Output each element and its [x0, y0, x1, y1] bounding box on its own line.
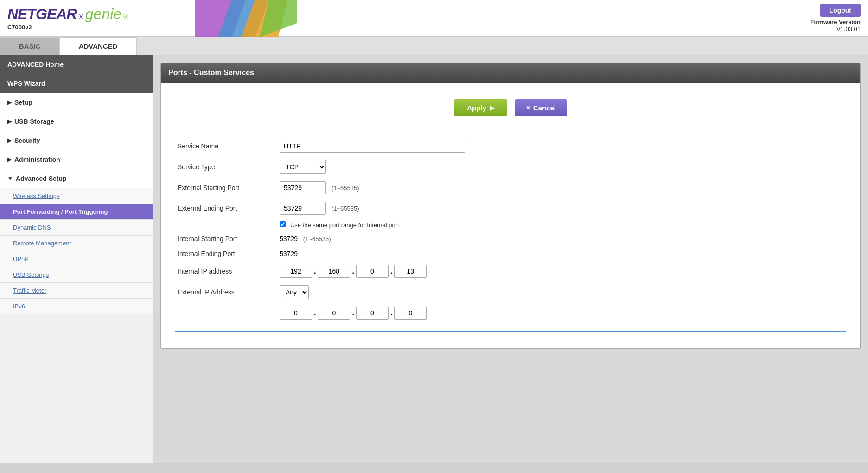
brand-name: NETGEAR: [7, 6, 77, 23]
same-port-label: Use the same port range for Internal por…: [290, 222, 399, 229]
bottom-divider: [175, 331, 846, 332]
ext-ip-label: External IP Address: [175, 281, 277, 303]
sidebar-sub-ipv6[interactable]: IPv6: [0, 299, 153, 314]
arrow-icon: ▶: [7, 118, 12, 125]
panel: Ports - Custom Services Apply Cancel Ser…: [160, 63, 861, 349]
same-port-row: Use the same port range for Internal por…: [175, 218, 846, 231]
brand-reg: ®: [78, 13, 83, 20]
int-start-port-label: Internal Starting Port: [175, 231, 277, 246]
int-start-port-hint: (1~65535): [303, 236, 331, 243]
sidebar-advanced-setup-label: Advanced Setup: [16, 175, 67, 182]
tab-basic[interactable]: BASIC: [0, 37, 60, 55]
table-row: Service Type TCP UDP TCP/UDP: [175, 156, 846, 178]
sidebar-sub-wireless[interactable]: Wireless Settings: [0, 188, 153, 204]
form-table: Service Name Service Type TCP UDP: [175, 136, 846, 323]
sidebar-item-administration[interactable]: ▶ Administration: [0, 150, 153, 169]
ext-start-port-hint: (1~65535): [332, 185, 359, 192]
ext-start-port-input[interactable]: [280, 181, 326, 194]
panel-header: Ports - Custom Services: [161, 63, 860, 83]
sidebar-item-security[interactable]: ▶ Security: [0, 131, 153, 150]
dot2: .: [352, 267, 354, 275]
dot6: .: [390, 309, 392, 317]
header: NETGEAR® genie® C7000v2 Logout Firmware …: [0, 0, 868, 37]
int-ip4-input[interactable]: [394, 265, 427, 278]
top-divider: [175, 128, 846, 128]
ext-end-port-input[interactable]: [280, 202, 326, 215]
header-right: Logout Firmware Version V1.03.01: [811, 4, 861, 32]
ext-end-port-hint: (1~65535): [332, 205, 359, 212]
ext-ip2-4-input[interactable]: [394, 307, 427, 320]
sidebar-security-label: Security: [14, 137, 40, 144]
sidebar-sub-usb-settings[interactable]: USB Settings: [0, 267, 153, 283]
ext-ip2-3-input[interactable]: [356, 307, 389, 320]
firmware-label: Firmware Version: [811, 19, 861, 26]
sidebar-sub-remote-mgmt[interactable]: Remote Management: [0, 236, 153, 251]
int-end-port-value: 53729: [280, 250, 298, 257]
ext-ip2-1-input[interactable]: [280, 307, 312, 320]
int-ip1-input[interactable]: [280, 265, 312, 278]
table-row: External Ending Port (1~65535): [175, 198, 846, 218]
sidebar-admin-label: Administration: [14, 156, 60, 163]
service-type-label: Service Type: [175, 156, 277, 178]
firmware-version: V1.03.01: [836, 26, 861, 32]
same-port-checkbox[interactable]: [280, 221, 286, 227]
logo: NETGEAR® genie®: [7, 6, 128, 23]
dot5: .: [352, 309, 354, 317]
ext-ip2-group: . . .: [280, 307, 843, 320]
arrow-down-icon: ▼: [7, 175, 13, 182]
sidebar-sub-port-forwarding[interactable]: Port Forwarding / Port Triggering: [0, 204, 153, 220]
sidebar-sub-upnp[interactable]: UPnP: [0, 251, 153, 267]
service-name-input[interactable]: [280, 140, 465, 153]
table-row: Internal Ending Port 53729: [175, 246, 846, 261]
int-ip-label: Internal IP address: [175, 261, 277, 281]
sidebar-item-usb-storage[interactable]: ▶ USB Storage: [0, 112, 153, 131]
arrow-icon: ▶: [7, 137, 12, 144]
table-row: Internal Starting Port 53729 (1~65535): [175, 231, 846, 246]
service-name-label: Service Name: [175, 136, 277, 156]
sidebar-item-advanced-setup[interactable]: ▼ Advanced Setup: [0, 169, 153, 188]
genie-reg: ®: [123, 13, 128, 20]
sidebar-usb-label: USB Storage: [14, 118, 54, 125]
logout-button[interactable]: Logout: [820, 4, 861, 17]
model-name: C7000v2: [7, 24, 128, 31]
table-row: Service Name: [175, 136, 846, 156]
firmware-info: Firmware Version V1.03.01: [811, 19, 861, 32]
sidebar-item-wps-wizard[interactable]: WPS Wizard: [0, 74, 153, 93]
ext-start-port-label: External Starting Port: [175, 178, 277, 198]
apply-button[interactable]: Apply: [454, 99, 507, 116]
tab-advanced[interactable]: ADVANCED: [60, 37, 137, 55]
sidebar-sub-traffic-meter[interactable]: Traffic Meter: [0, 283, 153, 299]
ext-ip2-2-input[interactable]: [318, 307, 350, 320]
service-type-select[interactable]: TCP UDP TCP/UDP: [280, 160, 326, 174]
cancel-button[interactable]: Cancel: [515, 99, 567, 116]
arrow-icon: ▶: [7, 156, 12, 163]
dot3: .: [390, 267, 392, 275]
ext-ip-select[interactable]: Any: [280, 285, 309, 299]
header-graphic: [195, 0, 297, 38]
content-area: Ports - Custom Services Apply Cancel Ser…: [153, 55, 868, 463]
sidebar-item-setup[interactable]: ▶ Setup: [0, 93, 153, 112]
table-row: . . .: [175, 303, 846, 323]
int-start-port-value: 53729: [280, 235, 298, 243]
ext-end-port-label: External Ending Port: [175, 198, 277, 218]
sidebar: ADVANCED Home WPS Wizard ▶ Setup ▶ USB S…: [0, 55, 153, 463]
table-row: External IP Address Any: [175, 281, 846, 303]
sidebar-sub-dynamic-dns[interactable]: Dynamic DNS: [0, 220, 153, 236]
dot4: .: [314, 309, 316, 317]
int-end-port-label: Internal Ending Port: [175, 246, 277, 261]
genie-name: genie: [85, 6, 121, 23]
int-ip-group: . . .: [280, 265, 843, 278]
int-ip2-input[interactable]: [318, 265, 350, 278]
table-row: External Starting Port (1~65535): [175, 178, 846, 198]
panel-body: Apply Cancel Service Name S: [161, 83, 860, 348]
dot1: .: [314, 267, 316, 275]
buttons-row: Apply Cancel: [175, 99, 846, 116]
sidebar-setup-label: Setup: [14, 99, 32, 106]
table-row: Internal IP address . . .: [175, 261, 846, 281]
logo-area: NETGEAR® genie® C7000v2: [7, 6, 128, 31]
arrow-icon: ▶: [7, 99, 12, 106]
tab-bar: BASIC ADVANCED: [0, 37, 868, 55]
main-layout: ADVANCED Home WPS Wizard ▶ Setup ▶ USB S…: [0, 55, 868, 463]
sidebar-item-advanced-home[interactable]: ADVANCED Home: [0, 55, 153, 74]
int-ip3-input[interactable]: [356, 265, 389, 278]
